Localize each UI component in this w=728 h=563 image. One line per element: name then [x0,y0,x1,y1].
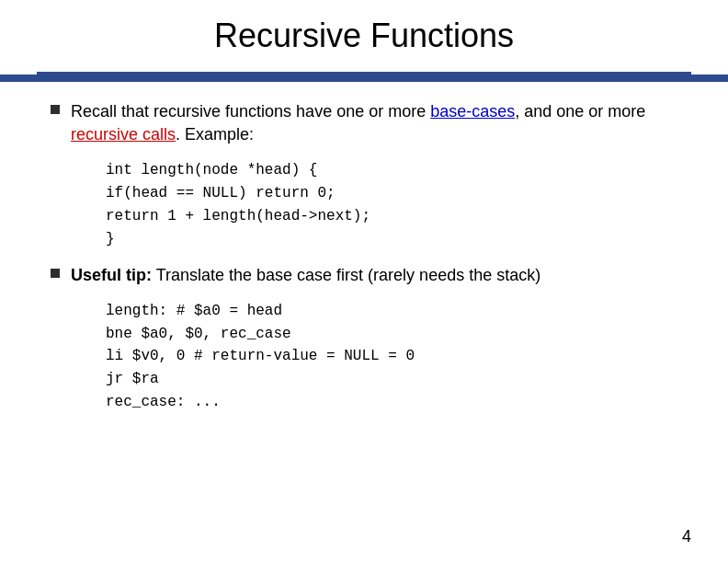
bullet2-rest: Translate the base case first (rarely ne… [152,266,540,284]
code1-line1: int length(node *head) { [106,159,677,182]
code1-line4: } [106,228,677,251]
slide: Recursive Functions Recall that recursiv… [0,0,728,563]
code2-line3: li $v0, 0 # return-value = NULL = 0 [106,345,677,368]
code2-line1: length: # $a0 = head [106,300,677,323]
code1-line2: if(head == NULL) return 0; [106,182,677,205]
content-area: Recall that recursive functions have one… [0,82,728,436]
slide-title: Recursive Functions [214,17,514,54]
bullet-icon-2 [51,269,60,278]
title-bar [0,75,728,82]
page-number: 4 [682,527,691,546]
bullet-text-2: Useful tip: Translate the base case firs… [71,264,540,287]
bullet1-base-cases: base-cases [430,102,515,121]
code2-line5: rec_case: ... [106,391,677,414]
code2-line4: jr $ra [106,368,677,391]
code-block-1: int length(node *head) { if(head == NULL… [106,159,677,250]
bullet1-suffix: . Example: [176,125,254,144]
bullet1-prefix: Recall that recursive functions have one… [71,102,430,121]
bullet-icon-1 [51,105,60,114]
bullet-item-2: Useful tip: Translate the base case firs… [51,264,677,287]
code1-line3: return 1 + length(head->next); [106,205,677,228]
bullet-text-1: Recall that recursive functions have one… [71,100,677,146]
bullet2-bold: Useful tip: [71,266,152,284]
code-block-2: length: # $a0 = head bne $a0, $0, rec_ca… [106,300,677,414]
title-section: Recursive Functions [0,0,728,64]
code2-line2: bne $a0, $0, rec_case [106,323,677,346]
bullet1-middle: , and one or more [515,102,645,121]
bullet-item-1: Recall that recursive functions have one… [51,100,677,146]
bullet1-recursive-calls: recursive calls [71,125,176,144]
